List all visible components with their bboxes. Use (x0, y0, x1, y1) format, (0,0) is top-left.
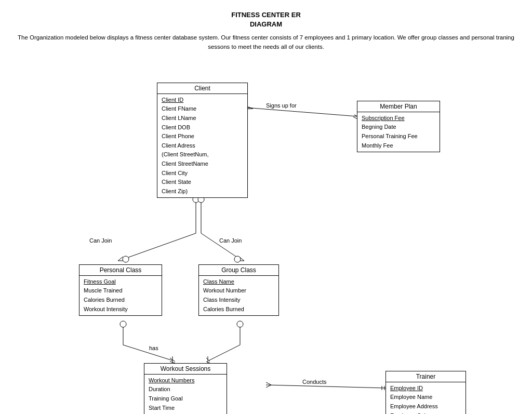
attr-duration: Duration (149, 385, 222, 394)
svg-line-30 (266, 382, 271, 385)
connector-svg (11, 57, 521, 414)
svg-point-25 (237, 321, 243, 327)
attr-client-phone: Client Phone (162, 132, 243, 141)
label-can-join-right: Can Join (219, 237, 242, 244)
svg-line-18 (123, 345, 172, 360)
svg-line-29 (266, 385, 385, 388)
attr-client-id: Client ID (162, 96, 243, 105)
attr-client-streetname: Client StreetName (162, 159, 243, 169)
svg-line-0 (245, 108, 357, 116)
entity-personal-class-header: Personal Class (79, 265, 162, 276)
er-diagram: Signs up for Can Join Can Join has Condu… (11, 57, 521, 414)
entity-personal-class: Personal Class Fitness Goal Muscle Train… (79, 264, 162, 316)
attr-class-name: Class Name (203, 277, 274, 287)
entity-client: Client Client ID Client FName Client LNa… (157, 83, 248, 198)
attr-begning-date: Begning Date (362, 123, 435, 132)
page: FITNESS CENTER ER DIAGRAM The Organizati… (0, 0, 532, 414)
svg-line-24 (209, 345, 240, 360)
attr-fitness-goal: Fitness Goal (84, 277, 157, 287)
svg-line-20 (170, 358, 175, 362)
attr-employee-salary: Employee Salary (390, 411, 461, 414)
attr-client-streetnum: (Client StreetNum, (162, 150, 243, 159)
attr-workout-intensity: Workout Intensity (84, 305, 157, 314)
attr-start-time: Start Time (149, 404, 222, 413)
attr-muscle-trained: Muscle Trained (84, 286, 157, 296)
entity-workout-sessions-header: Workout Sessions (144, 364, 227, 375)
attr-subscription-fee: Subscription Fee (362, 114, 435, 123)
entity-trainer-header: Trainer (386, 371, 466, 382)
svg-point-19 (120, 321, 126, 327)
svg-line-8 (118, 257, 123, 261)
attr-client-lname: Client LName (162, 114, 243, 123)
entity-group-class: Group Class Class Name Workout Number Cl… (198, 264, 279, 316)
entity-workout-sessions-body: Workout Numbers Duration Training Goal S… (144, 375, 227, 414)
attr-employee-name: Employee Name (390, 393, 461, 402)
svg-line-26 (206, 358, 210, 362)
attr-class-intensity: Class Intensity (203, 296, 274, 305)
svg-point-16 (234, 256, 241, 262)
label-can-join-left: Can Join (89, 237, 112, 244)
attr-employee-id: Employee ID (390, 384, 461, 393)
label-conducts: Conducts (302, 379, 326, 385)
entity-trainer-body: Employee ID Employee Name Employee Addre… (386, 382, 466, 414)
entity-workout-sessions: Workout Sessions Workout Numbers Duratio… (144, 363, 227, 414)
entity-group-class-header: Group Class (199, 265, 278, 276)
attr-monthly-fee: Monthly Fee (362, 141, 435, 151)
attr-calories-burned-pc: Calories Burned (84, 296, 157, 305)
attr-client-zip: Client Zip) (162, 187, 243, 196)
entity-trainer: Trainer Employee ID Employee Name Employ… (385, 371, 466, 414)
attr-client-state: Client State (162, 178, 243, 187)
entity-client-header: Client (157, 83, 247, 94)
entity-member-plan-body: Subscription Fee Begning Date Personal T… (357, 112, 440, 152)
attr-workout-numbers: Workout Numbers (149, 376, 222, 385)
svg-point-10 (123, 256, 129, 262)
svg-line-6 (123, 233, 196, 259)
entity-group-class-body: Class Name Workout Number Class Intensit… (199, 276, 278, 315)
attr-calories-burned-gc: Calories Burned (203, 305, 274, 314)
attr-workout-number: Workout Number (203, 286, 274, 296)
label-signs-up-for: Signs up for (266, 102, 297, 109)
entity-member-plan-header: Member Plan (357, 101, 440, 112)
page-description: The Organization modeled below displays … (10, 33, 522, 51)
svg-line-31 (266, 385, 271, 388)
attr-client-city: Client City (162, 169, 243, 178)
attr-training-goal: Training Goal (149, 394, 222, 404)
attr-personal-training-fee: Personal Training Fee (362, 132, 435, 141)
entity-client-body: Client ID Client FName Client LName Clie… (157, 94, 247, 198)
attr-employee-address: Employee Address (390, 402, 461, 411)
attr-client-dob: Client DOB (162, 123, 243, 132)
entity-personal-class-body: Fitness Goal Muscle Trained Calories Bur… (79, 276, 162, 315)
page-title: FITNESS CENTER ER DIAGRAM (10, 10, 522, 29)
svg-line-14 (239, 257, 244, 261)
attr-client-fname: Client FName (162, 104, 243, 114)
entity-member-plan: Member Plan Subscription Fee Begning Dat… (357, 101, 440, 152)
attr-client-adress: Client Adress (162, 141, 243, 151)
label-has: has (149, 345, 158, 351)
